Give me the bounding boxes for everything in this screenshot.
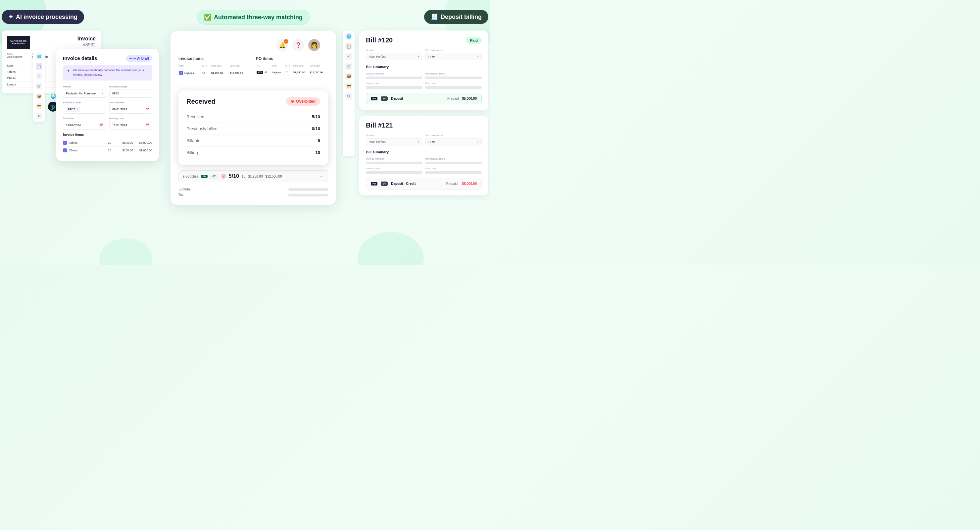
payment-method-field: Payment Method <box>425 72 482 79</box>
received-row-2: Previously billed 0/10 <box>186 123 320 135</box>
detail-item-row-2: ✓ Chairs 10 $100.00 $1,000.00 <box>63 147 152 154</box>
payment-method-field-121: Payment Method <box>425 157 482 164</box>
r-sidebar-card[interactable]: 💳 <box>345 83 352 89</box>
bill-to-label: Bill to: <box>7 53 22 55</box>
bill-121-summary-grid: Invoice number Payment Method Invoice da… <box>366 157 482 174</box>
due-date-field: Due date <box>425 82 482 89</box>
sidebar-icon-settings[interactable]: ⚙ <box>36 113 42 119</box>
invoice-items-table: ✓ Tables 10 $500.00 $5,000.00 ✓ Chairs 1… <box>63 139 152 154</box>
close-red-icon[interactable]: ✕ <box>221 174 226 179</box>
received-title: Received <box>186 98 216 105</box>
vendor-field-121: Vendor Pixel Perfect ▾ <box>366 134 422 145</box>
more-dots-icon[interactable]: ··· <box>320 174 324 179</box>
sidebar-icon-globe[interactable]: 🌐 <box>36 53 42 60</box>
middle-column: ✅ Automated three-way matching 🔔 1 ❓ 👩 <box>164 10 343 205</box>
sparkle-icon: ✦ <box>8 13 13 21</box>
remove-po-icon[interactable]: × <box>76 108 78 111</box>
receipt-icon: 🧾 <box>431 13 438 21</box>
paid-badge: Paid <box>466 37 482 44</box>
notification-bar: 🔔 1 ❓ 👩 <box>186 39 320 51</box>
left-column: ✦ AI invoice processing FANTASTIC MR. FU… <box>0 10 164 223</box>
received-row-4: Billing 10 <box>186 147 320 158</box>
invoice-matching-table: Item QTY Unit cost Line cost ✓ <box>178 64 251 77</box>
sidebar-icon-card[interactable]: 💳 <box>36 103 42 109</box>
due-date-field-121: Due date <box>425 167 482 174</box>
invoice-date-label: Invoice date <box>109 101 152 104</box>
po-num-42: 42 <box>210 174 218 179</box>
po-value-121[interactable]: PF94 × <box>425 138 482 145</box>
invoice-number-input[interactable]: 8932 <box>109 89 152 98</box>
right-app-sidebar: 🌐 📋 ✓ 🛒 📦 💳 ⚙ <box>343 30 355 156</box>
received-row-3: Billable 5 <box>186 135 320 147</box>
bell-icon[interactable]: 🔔 1 <box>277 39 288 51</box>
invoice-num-bar <box>366 77 422 79</box>
deposit-line-item-120: PO 94 Deposit Prepaid $5,000.00 <box>366 93 482 104</box>
po-matching-table: PO Item QTY Unit cost Line cost <box>256 64 328 76</box>
col-item: Item <box>179 64 202 69</box>
remove-po-121-icon[interactable]: × <box>477 140 479 144</box>
r-sidebar-check[interactable]: ✓ <box>345 53 352 60</box>
due-date-bar <box>425 86 482 89</box>
due-date-input[interactable]: 11/01/2024 <box>63 121 106 129</box>
po-group: Purchase order PF87 × <box>63 101 106 113</box>
sidebar-icon-cart[interactable]: 🛒 <box>36 83 42 89</box>
r-sidebar-doc[interactable]: 📋 <box>345 43 352 49</box>
r-sidebar-box[interactable]: 📦 <box>345 73 352 80</box>
received-popup: Received ⊗ Overbilled Received 5/10 Prev… <box>178 91 328 165</box>
po-label: Purchase order <box>63 101 106 104</box>
po-field-121: Purchase order PF94 × <box>425 134 482 145</box>
invoice-items-title: Invoice items <box>178 56 251 61</box>
bills-container: Bill #120 Paid Vendor Pixel Perfect ▾ <box>359 30 488 195</box>
left-app-sidebar: 🌐 📋 ✓ 🛒 📦 💳 ⚙ <box>33 50 45 122</box>
po-chip: PF87 × <box>66 107 80 112</box>
vendor-value-121[interactable]: Pixel Perfect ▾ <box>366 138 422 145</box>
ai-note: ✦ We have automatically captured the con… <box>63 65 152 80</box>
sidebar-icon-check[interactable]: ✓ <box>36 73 42 80</box>
due-date-group: Due date 11/01/2024 <box>63 117 106 129</box>
invoice-num-bar-121 <box>366 162 422 164</box>
fantastic-logo: FANTASTIC MR. FURNITURE <box>7 36 30 49</box>
subtotals: Subtotal Tax <box>178 187 328 197</box>
col-line-po: Line cost <box>310 64 328 69</box>
due-date-bar-121 <box>425 171 482 174</box>
r-sidebar-globe[interactable]: 🌐 <box>345 33 352 40</box>
help-icon[interactable]: ❓ <box>292 39 304 51</box>
bill-120-number: Bill #120 <box>366 37 393 44</box>
po-tag-41: PO <box>256 71 263 74</box>
invoice-date-group: Invoice date 09/01/2024 <box>109 101 152 113</box>
po-dark-tag-121: PO <box>371 182 377 185</box>
user-avatar[interactable]: 👩 <box>308 39 320 51</box>
po-value-120[interactable]: PF94 × <box>425 53 482 60</box>
deposit-label: Deposit billing <box>441 14 482 21</box>
invoice-number: #8932 <box>83 42 96 47</box>
payment-bar-121 <box>425 162 482 164</box>
remove-po-120-icon[interactable]: × <box>477 55 479 58</box>
r-sidebar-settings[interactable]: ⚙ <box>345 93 352 99</box>
tax-bar <box>288 194 328 196</box>
mid-panel: 🔔 1 ❓ 👩 Invoice items Item <box>170 31 336 205</box>
invoice-num-field: Invoice number <box>366 72 422 79</box>
bill-121-number: Bill #121 <box>366 121 393 129</box>
received-header: Received ⊗ Overbilled <box>186 97 320 106</box>
po-input[interactable]: PF87 × <box>63 105 106 113</box>
posting-date-input[interactable]: 11/01/2024 <box>109 121 152 129</box>
pencil-icon: ✏ <box>129 57 132 60</box>
vendor-input[interactable]: Fantastic Mr. Furniture <box>63 89 106 98</box>
bill-to-value: Jake Nguyen <box>7 55 22 58</box>
invoice-date-input[interactable]: 09/01/2024 <box>109 105 152 113</box>
ai-invoice-label: AI invoice processing <box>16 14 78 21</box>
unit-value: $1,250.00 <box>248 174 263 178</box>
right-column: 🧾 Deposit billing 🌐 📋 ✓ 🛒 📦 💳 ⚙ <box>343 10 490 195</box>
vendor-value-120[interactable]: Pixel Perfect ▾ <box>366 53 422 60</box>
invoice-number-group: Invoice number 8932 <box>109 85 152 98</box>
r-sidebar-cart[interactable]: 🛒 <box>345 63 352 70</box>
col-line-cost: Line cost <box>230 64 250 69</box>
tax-row: Tax <box>178 193 328 197</box>
sidebar-icon-box[interactable]: 📦 <box>36 93 42 99</box>
ai-note-text: We have automatically captured the conte… <box>73 68 148 77</box>
invoice-date-field-121: Invoice date <box>366 167 422 174</box>
invoice-num-field-121: Invoice number <box>366 157 422 164</box>
sidebar-icon-doc[interactable]: 📋 <box>36 63 42 70</box>
payment-bar <box>425 77 482 79</box>
subtotal-bar <box>288 188 328 191</box>
